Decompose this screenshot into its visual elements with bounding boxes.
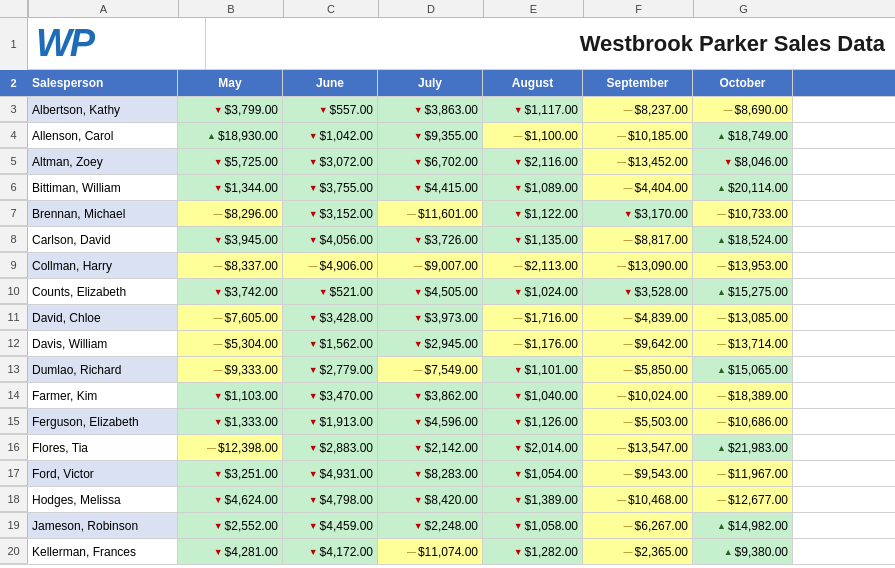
- cell: ▼$3,755.00: [283, 175, 378, 200]
- col-header-e: E: [483, 0, 583, 17]
- name-cell: Bittiman, William: [28, 175, 178, 200]
- table-row: 12 Davis, William —$5,304.00 ▼$1,562.00 …: [0, 331, 895, 357]
- header-salesperson: Salesperson: [28, 70, 178, 96]
- cell: ▼$2,116.00: [483, 149, 583, 174]
- name-cell: Allenson, Carol: [28, 123, 178, 148]
- cell: —$10,733.00: [693, 201, 793, 226]
- cell: —$12,398.00: [178, 435, 283, 460]
- row-num: 8: [0, 227, 28, 252]
- cell: —$10,024.00: [583, 383, 693, 408]
- cell: ▼$4,056.00: [283, 227, 378, 252]
- cell: ▼$3,799.00: [178, 97, 283, 122]
- cell: ▼$2,883.00: [283, 435, 378, 460]
- cell: ▲$9,380.00: [693, 539, 793, 564]
- name-cell: Counts, Elizabeth: [28, 279, 178, 304]
- cell: ▲$15,275.00: [693, 279, 793, 304]
- cell: ▼$4,172.00: [283, 539, 378, 564]
- cell: ▼$8,420.00: [378, 487, 483, 512]
- table-row: 4 Allenson, Carol ▲$18,930.00 ▼$1,042.00…: [0, 123, 895, 149]
- row-num-1: 1: [0, 18, 28, 70]
- name-cell: Altman, Zoey: [28, 149, 178, 174]
- cell: ▼$2,945.00: [378, 331, 483, 356]
- cell: ▼$4,596.00: [378, 409, 483, 434]
- cell: ▲$18,930.00: [178, 123, 283, 148]
- table-row: 10 Counts, Elizabeth ▼$3,742.00 ▼$521.00…: [0, 279, 895, 305]
- cell: ▼$3,528.00: [583, 279, 693, 304]
- cell: —$13,452.00: [583, 149, 693, 174]
- cell: —$2,113.00: [483, 253, 583, 278]
- row-num: 10: [0, 279, 28, 304]
- cell: ▼$3,973.00: [378, 305, 483, 330]
- cell: ▼$3,726.00: [378, 227, 483, 252]
- cell: ▼$521.00: [283, 279, 378, 304]
- row-num: 14: [0, 383, 28, 408]
- cell: ▼$4,624.00: [178, 487, 283, 512]
- cell: —$4,404.00: [583, 175, 693, 200]
- cell: —$6,267.00: [583, 513, 693, 538]
- cell: ▼$3,428.00: [283, 305, 378, 330]
- cell: —$11,601.00: [378, 201, 483, 226]
- cell: ▼$557.00: [283, 97, 378, 122]
- cell: ▲$14,982.00: [693, 513, 793, 538]
- table-row: 5 Altman, Zoey ▼$5,725.00 ▼$3,072.00 ▼$6…: [0, 149, 895, 175]
- cell: —$13,547.00: [583, 435, 693, 460]
- cell: —$13,953.00: [693, 253, 793, 278]
- cell: —$4,906.00: [283, 253, 378, 278]
- cell: ▼$1,126.00: [483, 409, 583, 434]
- cell: ▼$4,459.00: [283, 513, 378, 538]
- title-cell: Westbrook Parker Sales Data: [206, 31, 895, 57]
- cell: —$8,237.00: [583, 97, 693, 122]
- cell: ▼$4,415.00: [378, 175, 483, 200]
- column-headers: A B C D E F G: [0, 0, 895, 18]
- cell: ▼$1,058.00: [483, 513, 583, 538]
- table-row: 16 Flores, Tia —$12,398.00 ▼$2,883.00 ▼$…: [0, 435, 895, 461]
- table-row: 14 Farmer, Kim ▼$1,103.00 ▼$3,470.00 ▼$3…: [0, 383, 895, 409]
- table-row: 15 Ferguson, Elizabeth ▼$1,333.00 ▼$1,91…: [0, 409, 895, 435]
- row-num: 12: [0, 331, 28, 356]
- col-header-a: A: [28, 0, 178, 17]
- cell: —$4,839.00: [583, 305, 693, 330]
- table-row: 13 Dumlao, Richard —$9,333.00 ▼$2,779.00…: [0, 357, 895, 383]
- col-header-c: C: [283, 0, 378, 17]
- cell: ▼$2,014.00: [483, 435, 583, 460]
- name-cell: Ferguson, Elizabeth: [28, 409, 178, 434]
- cell: ▼$8,283.00: [378, 461, 483, 486]
- row-num-corner: [0, 0, 28, 17]
- logo-cell: WP: [28, 18, 206, 69]
- table-row: 3 Albertson, Kathy ▼$3,799.00 ▼$557.00 ▼…: [0, 97, 895, 123]
- cell: —$9,007.00: [378, 253, 483, 278]
- name-cell: Flores, Tia: [28, 435, 178, 460]
- cell: —$10,686.00: [693, 409, 793, 434]
- cell: —$18,389.00: [693, 383, 793, 408]
- cell: —$5,304.00: [178, 331, 283, 356]
- cell: —$11,074.00: [378, 539, 483, 564]
- cell: ▲$15,065.00: [693, 357, 793, 382]
- cell: ▼$5,725.00: [178, 149, 283, 174]
- cell: ▼$1,040.00: [483, 383, 583, 408]
- table-row: 7 Brennan, Michael —$8,296.00 ▼$3,152.00…: [0, 201, 895, 227]
- header-june: June: [283, 70, 378, 96]
- cell: —$13,714.00: [693, 331, 793, 356]
- cell: ▼$1,117.00: [483, 97, 583, 122]
- row-num: 7: [0, 201, 28, 226]
- spreadsheet-title: Westbrook Parker Sales Data: [580, 31, 885, 57]
- cell: —$10,185.00: [583, 123, 693, 148]
- cell: —$9,333.00: [178, 357, 283, 382]
- cell: ▼$1,024.00: [483, 279, 583, 304]
- row-num: 11: [0, 305, 28, 330]
- col-header-g: G: [693, 0, 793, 17]
- label-row: 2 Salesperson May June July August Septe…: [0, 70, 895, 97]
- name-cell: Collman, Harry: [28, 253, 178, 278]
- row-num: 5: [0, 149, 28, 174]
- cell: —$7,549.00: [378, 357, 483, 382]
- cell: ▼$3,863.00: [378, 97, 483, 122]
- cell: ▲$20,114.00: [693, 175, 793, 200]
- cell: ▼$4,798.00: [283, 487, 378, 512]
- cell: ▼$2,142.00: [378, 435, 483, 460]
- cell: ▼$1,344.00: [178, 175, 283, 200]
- cell: —$8,296.00: [178, 201, 283, 226]
- header-october: October: [693, 70, 793, 96]
- cell: —$12,677.00: [693, 487, 793, 512]
- name-cell: Davis, William: [28, 331, 178, 356]
- name-cell: Albertson, Kathy: [28, 97, 178, 122]
